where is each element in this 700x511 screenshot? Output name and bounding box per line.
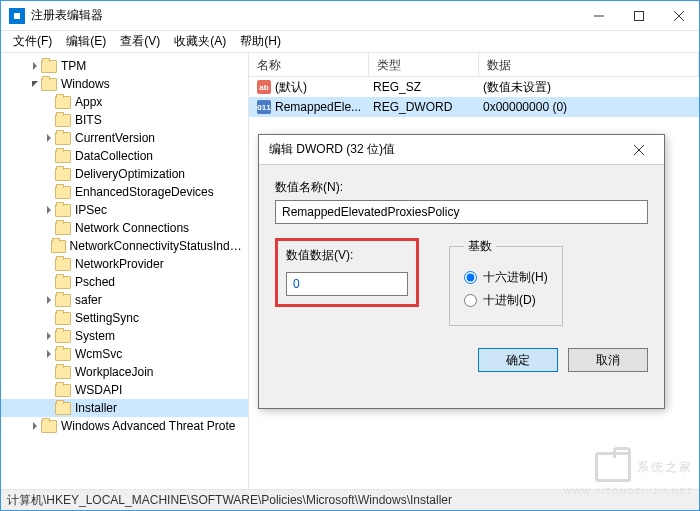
tree-item-label: Installer <box>75 401 117 415</box>
tree-item-label: Network Connections <box>75 221 189 235</box>
folder-icon <box>41 420 57 433</box>
list-body[interactable]: ab(默认)REG_SZ(数值未设置)011RemappedEle...REG_… <box>249 77 699 117</box>
folder-icon <box>41 60 57 73</box>
maximize-button[interactable] <box>619 1 659 31</box>
list-row[interactable]: ab(默认)REG_SZ(数值未设置) <box>249 77 699 97</box>
list-header: 名称 类型 数据 <box>249 53 699 77</box>
tree-twisty-icon[interactable] <box>43 332 55 340</box>
tree-item[interactable]: SettingSync <box>1 309 248 327</box>
tree-twisty-icon[interactable] <box>43 296 55 304</box>
value-name: (默认) <box>275 79 307 96</box>
value-data: (数值未设置) <box>479 79 699 96</box>
tree-item[interactable]: Psched <box>1 273 248 291</box>
cancel-button[interactable]: 取消 <box>568 348 648 372</box>
tree-item-label: CurrentVersion <box>75 131 155 145</box>
tree-item-label: safer <box>75 293 102 307</box>
tree-item[interactable]: DeliveryOptimization <box>1 165 248 183</box>
titlebar: 注册表编辑器 <box>1 1 699 31</box>
dialog-close-button[interactable] <box>624 135 654 165</box>
tree-item[interactable]: Windows <box>1 75 248 93</box>
tree-twisty-icon[interactable] <box>29 80 41 88</box>
tree-item[interactable]: TPM <box>1 57 248 75</box>
tree-item[interactable]: NetworkConnectivityStatusIndicator <box>1 237 248 255</box>
close-button[interactable] <box>659 1 699 31</box>
tree-twisty-icon[interactable] <box>29 62 41 70</box>
tree-item-label: WSDAPI <box>75 383 122 397</box>
tree-item-label: Windows <box>61 77 110 91</box>
menu-help[interactable]: 帮助(H) <box>234 31 287 52</box>
value-data-highlight: 数值数据(V): <box>275 238 419 307</box>
radix-hex-label: 十六进制(H) <box>483 269 548 286</box>
list-row[interactable]: 011RemappedEle...REG_DWORD0x00000000 (0) <box>249 97 699 117</box>
tree-twisty-icon[interactable] <box>43 134 55 142</box>
dialog-title: 编辑 DWORD (32 位)值 <box>269 141 395 158</box>
folder-icon <box>55 330 71 343</box>
folder-icon <box>55 366 71 379</box>
menu-edit[interactable]: 编辑(E) <box>60 31 112 52</box>
value-name-input[interactable] <box>275 200 648 224</box>
tree-item[interactable]: safer <box>1 291 248 309</box>
folder-icon <box>55 222 71 235</box>
minimize-button[interactable] <box>579 1 619 31</box>
folder-icon <box>55 294 71 307</box>
reg-value-icon: ab <box>257 80 271 94</box>
dialog-titlebar: 编辑 DWORD (32 位)值 <box>259 135 664 165</box>
tree-item-label: NetworkConnectivityStatusIndicator <box>70 239 244 253</box>
folder-icon <box>55 204 71 217</box>
tree-item[interactable]: WcmSvc <box>1 345 248 363</box>
statusbar: 计算机\HKEY_LOCAL_MACHINE\SOFTWARE\Policies… <box>1 489 699 511</box>
folder-icon <box>55 150 71 163</box>
radix-legend: 基数 <box>464 238 496 255</box>
folder-icon <box>55 168 71 181</box>
tree-twisty-icon[interactable] <box>43 206 55 214</box>
menubar: 文件(F) 编辑(E) 查看(V) 收藏夹(A) 帮助(H) <box>1 31 699 53</box>
window-title: 注册表编辑器 <box>31 7 579 24</box>
tree-item[interactable]: System <box>1 327 248 345</box>
menu-view[interactable]: 查看(V) <box>114 31 166 52</box>
statusbar-path: 计算机\HKEY_LOCAL_MACHINE\SOFTWARE\Policies… <box>7 492 452 509</box>
menu-favorites[interactable]: 收藏夹(A) <box>168 31 232 52</box>
folder-icon <box>55 96 71 109</box>
tree-item[interactable]: Windows Advanced Threat Prote <box>1 417 248 435</box>
tree-item-label: Psched <box>75 275 115 289</box>
menu-file[interactable]: 文件(F) <box>7 31 58 52</box>
folder-icon <box>55 114 71 127</box>
value-data: 0x00000000 (0) <box>479 100 699 114</box>
tree-twisty-icon[interactable] <box>29 422 41 430</box>
tree-item[interactable]: Appx <box>1 93 248 111</box>
radix-hex-radio[interactable] <box>464 271 477 284</box>
tree-item-label: SettingSync <box>75 311 139 325</box>
tree-item-label: EnhancedStorageDevices <box>75 185 214 199</box>
folder-icon <box>55 384 71 397</box>
tree-item[interactable]: BITS <box>1 111 248 129</box>
value-type: REG_SZ <box>369 80 479 94</box>
tree-item[interactable]: IPSec <box>1 201 248 219</box>
reg-value-icon: 011 <box>257 100 271 114</box>
col-type[interactable]: 类型 <box>369 53 479 76</box>
folder-icon <box>51 240 66 253</box>
tree-item[interactable]: EnhancedStorageDevices <box>1 183 248 201</box>
tree-item[interactable]: Installer <box>1 399 248 417</box>
tree-item[interactable]: DataCollection <box>1 147 248 165</box>
tree-item[interactable]: WSDAPI <box>1 381 248 399</box>
tree-pane[interactable]: TPMWindowsAppxBITSCurrentVersionDataColl… <box>1 53 249 489</box>
tree-item[interactable]: CurrentVersion <box>1 129 248 147</box>
folder-icon <box>55 402 71 415</box>
tree-twisty-icon[interactable] <box>43 350 55 358</box>
col-name[interactable]: 名称 <box>249 53 369 76</box>
tree-item-label: WorkplaceJoin <box>75 365 153 379</box>
folder-icon <box>55 276 71 289</box>
radix-dec-radio[interactable] <box>464 294 477 307</box>
tree-item[interactable]: NetworkProvider <box>1 255 248 273</box>
value-data-input[interactable] <box>286 272 408 296</box>
tree-item-label: BITS <box>75 113 102 127</box>
tree-item[interactable]: WorkplaceJoin <box>1 363 248 381</box>
radix-group: 基数 十六进制(H) 十进制(D) <box>449 238 563 326</box>
svg-rect-1 <box>635 11 644 20</box>
ok-button[interactable]: 确定 <box>478 348 558 372</box>
tree-item[interactable]: Network Connections <box>1 219 248 237</box>
value-name-label: 数值名称(N): <box>275 179 648 196</box>
folder-icon <box>55 258 71 271</box>
folder-icon <box>55 312 71 325</box>
col-data[interactable]: 数据 <box>479 53 699 76</box>
